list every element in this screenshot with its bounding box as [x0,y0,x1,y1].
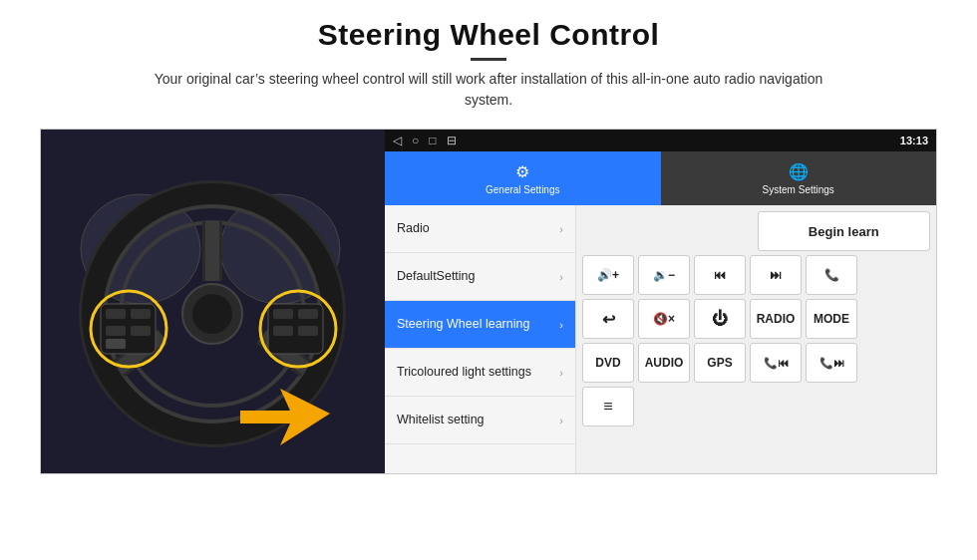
vol-up-button[interactable]: 🔊+ [582,255,634,295]
next-track-button[interactable]: ⏭ [750,255,802,295]
chevron-icon: › [559,319,563,331]
svg-rect-22 [273,309,293,319]
steering-wheel-svg [41,130,385,473]
tab-system-label: System Settings [763,184,834,195]
radio-label: RADIO [757,312,796,326]
begin-learn-button[interactable]: Begin learn [758,211,931,251]
chevron-icon: › [559,223,563,235]
menu-panel: Radio › DefaultSetting › Steering Wheel … [385,205,576,473]
menu-item-tricoloured[interactable]: Tricoloured light settings › [385,349,575,397]
tab-bar: ⚙ General Settings 🌐 System Settings [385,151,936,205]
title-divider [471,58,506,61]
title-section: Steering Wheel Control Your original car… [140,18,837,123]
mode-button[interactable]: MODE [806,299,857,339]
tab-general-label: General Settings [486,184,560,195]
chevron-icon: › [559,367,563,379]
prev-track-icon: ⏮ [714,268,726,282]
content-area: ◁ ○ □ ⊟ 13:13 ⚙ General Settings 🌐 Syste… [40,129,937,474]
tab-general[interactable]: ⚙ General Settings [385,151,661,205]
mute-button[interactable]: 🔇× [638,299,690,339]
android-ui: ◁ ○ □ ⊟ 13:13 ⚙ General Settings 🌐 Syste… [385,130,936,473]
controls-row-4: ≡ [582,387,930,426]
menu-radio-label: Radio [397,221,559,236]
svg-rect-23 [298,309,318,319]
menu-item-whitelist[interactable]: Whitelist setting › [385,397,575,444]
chevron-icon: › [559,415,563,426]
audio-label: AUDIO [645,356,684,370]
controls-panel: Begin learn 🔊+ 🔉− ⏮ [576,205,936,473]
home-icon[interactable]: ○ [412,134,419,147]
svg-point-14 [192,294,232,334]
controls-row-0: Begin learn [582,211,930,251]
menu-steering-label: Steering Wheel learning [397,317,559,332]
back-icon[interactable]: ◁ [393,134,402,147]
status-bar: ◁ ○ □ ⊟ 13:13 [385,130,936,151]
status-icons: ◁ ○ □ ⊟ [393,134,457,147]
menu-item-steering[interactable]: Steering Wheel learning › [385,301,575,349]
gps-label: GPS [707,356,732,370]
page-subtitle: Your original car’s steering wheel contr… [140,69,837,111]
next-track-icon: ⏭ [770,268,782,282]
playlist-button[interactable]: ≡ [582,387,634,426]
phone-answer-icon: 📞 [824,268,839,282]
tab-system[interactable]: 🌐 System Settings [661,151,937,205]
chevron-icon: › [559,271,563,283]
status-time: 13:13 [900,135,928,146]
mute-icon: 🔇× [653,312,675,326]
svg-rect-18 [106,326,126,336]
dvd-button[interactable]: DVD [582,343,634,383]
menu-item-default[interactable]: DefaultSetting › [385,253,575,301]
vol-down-button[interactable]: 🔉− [638,255,690,295]
svg-rect-19 [131,326,151,336]
svg-rect-25 [298,326,318,336]
system-settings-icon: 🌐 [789,162,809,181]
main-content: Radio › DefaultSetting › Steering Wheel … [385,205,936,473]
audio-button[interactable]: AUDIO [638,343,690,383]
radio-button[interactable]: RADIO [750,299,802,339]
hang-up-button[interactable]: ↩ [582,299,634,339]
vol-up-icon: 🔊+ [597,268,619,282]
tel-prev-icon: 📞⏮ [764,357,789,370]
phone-answer-button[interactable]: 📞 [806,255,857,295]
power-icon: ⏻ [712,310,728,328]
tel-next-icon: 📞⏭ [819,357,844,370]
page-title: Steering Wheel Control [140,18,837,52]
menu-item-radio[interactable]: Radio › [385,205,575,253]
page-wrapper: Steering Wheel Control Your original car… [0,0,977,560]
svg-rect-17 [131,309,151,319]
steering-wheel-image [41,130,385,473]
tel-prev-button[interactable]: 📞⏮ [750,343,802,383]
gps-button[interactable]: GPS [694,343,746,383]
prev-track-button[interactable]: ⏮ [694,255,746,295]
controls-row-3: DVD AUDIO GPS 📞⏮ 📞⏭ [582,343,930,383]
vol-down-icon: 🔉− [653,268,675,282]
power-button[interactable]: ⏻ [694,299,746,339]
recent-icon[interactable]: □ [429,134,436,147]
svg-rect-20 [106,339,126,349]
mode-label: MODE [814,312,849,326]
menu-whitelist-label: Whitelist setting [397,413,559,427]
controls-row-2: ↩ 🔇× ⏻ RADIO MODE [582,299,930,339]
svg-rect-24 [273,326,293,336]
hang-up-icon: ↩ [602,310,615,329]
dvd-label: DVD [595,356,620,370]
controls-row-1: 🔊+ 🔉− ⏮ ⏭ 📞 [582,255,930,295]
playlist-icon: ≡ [603,398,612,416]
menu-tricoloured-label: Tricoloured light settings [397,365,559,380]
menu-default-label: DefaultSetting [397,269,559,284]
menu-icon[interactable]: ⊟ [447,134,457,147]
general-settings-icon: ⚙ [515,162,529,181]
svg-rect-16 [106,309,126,319]
tel-next-button[interactable]: 📞⏭ [806,343,857,383]
